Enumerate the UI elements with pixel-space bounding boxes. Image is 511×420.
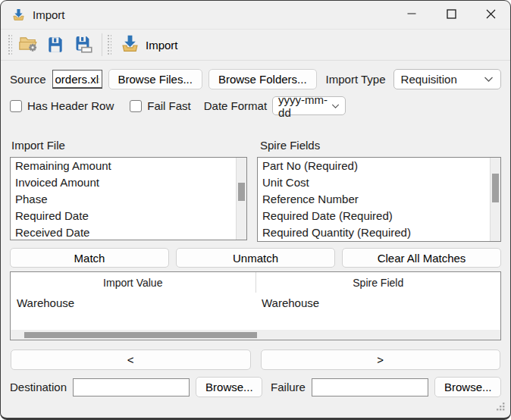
match-button[interactable]: Match xyxy=(10,248,169,268)
import-file-scrollbar[interactable] xyxy=(236,158,246,240)
spire-field-cell: Warehouse xyxy=(256,293,500,312)
import-dialog-window: Import xyxy=(0,0,511,420)
window-controls xyxy=(392,1,510,29)
mapping-table: Import Value Spire Field Warehouse Wareh… xyxy=(10,271,501,340)
spire-fields-scrollbar[interactable] xyxy=(490,158,500,241)
minimize-icon xyxy=(407,9,416,20)
horizontal-scrollbar[interactable] xyxy=(11,330,500,340)
open-settings-button[interactable] xyxy=(16,33,40,57)
import-file-list-item[interactable]: Phase xyxy=(11,191,246,208)
import-type-value: Requisition xyxy=(401,73,457,86)
window-title: Import xyxy=(33,8,65,21)
has-header-row-label: Has Header Row xyxy=(27,99,114,112)
scrollbar-thumb[interactable] xyxy=(24,332,257,338)
chevron-down-icon xyxy=(484,76,494,83)
spire-fields-list-item[interactable]: Required Quantity (Required) xyxy=(258,224,500,241)
import-file-list-item[interactable]: Invoiced Amount xyxy=(11,174,246,191)
browse-folders-button[interactable]: Browse Folders... xyxy=(208,69,317,89)
date-format-value: yyyy-mm-dd xyxy=(278,93,331,119)
move-left-button[interactable]: < xyxy=(11,349,251,370)
close-icon xyxy=(486,9,496,21)
clear-all-matches-button[interactable]: Clear All Matches xyxy=(342,248,501,268)
chevron-down-icon xyxy=(331,103,340,109)
toolbar-separator xyxy=(102,33,102,56)
app-import-icon xyxy=(11,8,26,22)
lists-row: Remaining Amount Invoiced Amount Phase R… xyxy=(10,157,501,242)
spire-fields-list-item[interactable]: Required Date (Required) xyxy=(258,208,500,224)
save-button[interactable] xyxy=(43,33,67,57)
import-action-button[interactable]: Import xyxy=(115,32,183,58)
move-buttons-row: < > xyxy=(10,349,501,370)
resize-grip-icon[interactable] xyxy=(495,400,505,414)
fail-fast-checkbox[interactable] xyxy=(130,100,142,112)
destination-row: Destination Browse... Failure Browse... xyxy=(10,377,501,397)
spire-fields-list-item[interactable]: Reference Number xyxy=(258,191,500,208)
browse-files-button[interactable]: Browse Files... xyxy=(108,69,202,89)
import-file-list-item[interactable]: Remaining Amount xyxy=(11,158,246,174)
import-file-label: Import File xyxy=(11,139,249,152)
destination-browse-button[interactable]: Browse... xyxy=(196,377,262,397)
spire-fields-list-item[interactable]: Unit Cost xyxy=(258,174,500,191)
import-file-list-item[interactable]: Received Date xyxy=(11,224,246,240)
failure-input[interactable] xyxy=(312,378,428,396)
source-row: Source Browse Files... Browse Folders...… xyxy=(10,69,501,89)
scrollbar-thumb[interactable] xyxy=(238,183,245,201)
spire-fields-list-item[interactable]: Part No (Required) xyxy=(258,158,500,174)
table-row[interactable]: Warehouse Warehouse xyxy=(11,293,500,312)
source-input[interactable] xyxy=(52,70,102,89)
options-row: Has Header Row Fail Fast Date Format yyy… xyxy=(10,96,501,115)
move-right-button[interactable]: > xyxy=(261,349,501,370)
column-header-spire-field[interactable]: Spire Field xyxy=(256,272,501,293)
spire-fields-label: Spire Fields xyxy=(260,139,320,152)
import-action-label: Import xyxy=(146,39,178,52)
import-type-select[interactable]: Requisition xyxy=(393,69,501,89)
maximize-icon xyxy=(447,9,456,21)
spire-fields-listbox[interactable]: Part No (Required) Unit Cost Reference N… xyxy=(257,157,501,242)
scrollbar-thumb[interactable] xyxy=(492,174,499,202)
list-labels-row: Import File Spire Fields xyxy=(10,139,501,152)
import-value-cell: Warehouse xyxy=(11,293,256,312)
open-settings-icon xyxy=(18,33,39,56)
fail-fast-label: Fail Fast xyxy=(147,99,191,112)
import-file-listbox[interactable]: Remaining Amount Invoiced Amount Phase R… xyxy=(10,157,247,240)
mapping-table-header: Import Value Spire Field xyxy=(11,272,500,293)
toolbar: Import xyxy=(1,30,510,61)
destination-input[interactable] xyxy=(73,378,190,396)
toolbar-drag-handle[interactable] xyxy=(8,34,12,55)
failure-browse-button[interactable]: Browse... xyxy=(434,377,501,397)
column-header-import-value[interactable]: Import Value xyxy=(11,272,256,293)
toolbar-drag-handle-2[interactable] xyxy=(107,34,111,55)
has-header-row-checkbox[interactable] xyxy=(10,100,22,112)
source-label: Source xyxy=(10,73,46,86)
save-icon xyxy=(45,34,65,56)
minimize-button[interactable] xyxy=(392,1,431,29)
title-bar: Import xyxy=(1,1,510,30)
save-as-icon xyxy=(73,33,93,56)
close-button[interactable] xyxy=(471,1,510,29)
date-format-select[interactable]: yyyy-mm-dd xyxy=(272,96,346,115)
match-buttons-row: Match Unmatch Clear All Matches xyxy=(10,248,501,268)
destination-label: Destination xyxy=(10,381,67,393)
import-type-label: Import Type xyxy=(326,73,386,86)
import-file-list-item[interactable]: Required Date xyxy=(11,208,246,224)
maximize-button[interactable] xyxy=(431,1,471,29)
unmatch-button[interactable]: Unmatch xyxy=(176,248,335,268)
failure-label: Failure xyxy=(271,381,306,393)
toolbar-import-icon xyxy=(120,33,140,56)
date-format-label: Date Format xyxy=(204,99,267,112)
save-as-button[interactable] xyxy=(71,33,95,57)
